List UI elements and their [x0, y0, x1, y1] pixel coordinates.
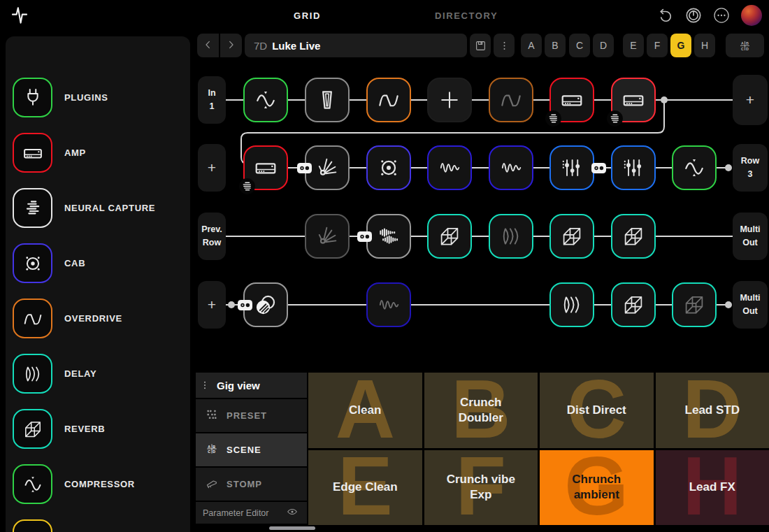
block-wiggle[interactable] — [489, 145, 533, 190]
block-reverb[interactable] — [611, 214, 656, 259]
sidebar-item-label: DELAY — [64, 354, 96, 394]
block-faders[interactable] — [549, 145, 594, 190]
scene-cell-E[interactable]: EEdge Clean — [308, 450, 422, 526]
scene-label: Chrunch ambient — [555, 472, 638, 503]
overdrive-icon — [13, 299, 52, 338]
block-filter[interactable] — [305, 214, 350, 259]
preset-letter-A[interactable]: A — [521, 34, 542, 57]
forward-button[interactable] — [220, 38, 242, 53]
row-input-in-1[interactable]: In1 — [198, 76, 226, 124]
splitter-node-icon[interactable] — [238, 300, 252, 310]
block-gate[interactable] — [305, 78, 350, 122]
preset-name: Luke Live — [272, 40, 320, 52]
sidebar-item-pitch[interactable]: PITCH — [6, 519, 190, 532]
sidebar-item-neural-capture[interactable]: NEURAL CAPTURE — [6, 188, 190, 229]
block-reverb[interactable] — [611, 282, 656, 327]
row-input-prev-row[interactable]: Prev.Row — [198, 213, 226, 260]
scene-cell-D[interactable]: DLead STD — [656, 373, 769, 448]
save-icon[interactable] — [470, 34, 491, 57]
sidebar-item-reverb[interactable]: REVERB — [6, 409, 190, 450]
row-output-multi-out[interactable]: MultiOut — [733, 281, 768, 329]
preset-menu-icon[interactable] — [494, 34, 515, 57]
block-amp[interactable] — [243, 145, 288, 190]
filter-icon — [314, 154, 340, 181]
preset-letter-F[interactable]: F — [647, 34, 668, 57]
sidebar-item-delay[interactable]: DELAY — [6, 354, 190, 394]
sidebar-item-compressor[interactable]: COMPRESSOR — [6, 464, 190, 505]
preset-slot: 7D — [254, 40, 267, 52]
overdrive-icon — [375, 87, 402, 113]
svg-text:D: D — [746, 46, 749, 50]
gig-view-header[interactable]: Gig view — [196, 373, 307, 398]
sidebar-item-overdrive[interactable]: OVERDRIVE — [6, 299, 190, 339]
block-overdrive[interactable] — [489, 78, 533, 122]
svg-text:D: D — [213, 450, 216, 454]
splitter-node-icon[interactable] — [591, 163, 606, 173]
block-filter[interactable] — [305, 145, 350, 190]
block-cab[interactable] — [366, 145, 411, 190]
preset-title-field[interactable]: 7D Luke Live — [245, 34, 467, 57]
block-delay[interactable] — [489, 214, 533, 259]
block-faders[interactable] — [611, 145, 656, 190]
more-options-icon[interactable] — [712, 6, 731, 25]
gig-mode-label: PRESET — [227, 410, 267, 421]
back-button[interactable] — [197, 38, 219, 53]
block-delay[interactable] — [549, 282, 594, 327]
gig-mode-preset[interactable]: PRESET — [196, 399, 307, 432]
compressor-icon — [681, 154, 707, 181]
block-compressor[interactable] — [672, 145, 717, 190]
preset-letter-C[interactable]: C — [569, 34, 590, 57]
block-wiggle[interactable] — [366, 282, 411, 327]
gig-mode-stomp[interactable]: STOMP — [196, 468, 307, 501]
tab-directory[interactable]: DIRECTORY — [435, 10, 498, 21]
row-output-multi-out[interactable]: MultiOut — [733, 213, 768, 260]
svg-text:C: C — [741, 46, 744, 50]
block-wavebars[interactable] — [366, 214, 411, 259]
block-reverb[interactable] — [549, 214, 594, 259]
row-input--[interactable]: + — [198, 144, 226, 192]
scene-cell-G[interactable]: GChrunch ambient — [540, 450, 654, 526]
block-wiggle[interactable] — [427, 145, 472, 190]
tempo-knob-icon[interactable] — [684, 6, 703, 25]
splitter-node-icon[interactable] — [297, 163, 312, 173]
plugins-icon — [13, 78, 52, 117]
scene-cell-A[interactable]: AClean — [308, 373, 422, 448]
scene-label: Lead STD — [685, 403, 740, 418]
scene-label: Dist Direct — [567, 403, 626, 418]
parameter-editor-row[interactable]: Parameter Editor — [196, 502, 307, 524]
neural-capture-badge-icon — [545, 110, 562, 127]
row-output-add[interactable]: + — [733, 75, 768, 125]
block-plus[interactable] — [427, 78, 472, 122]
block-reverb[interactable] — [672, 282, 717, 327]
sidebar-item-amp[interactable]: AMP — [6, 133, 190, 173]
row-input--[interactable]: + — [198, 281, 226, 329]
preset-letter-E[interactable]: E — [623, 34, 644, 57]
tab-grid[interactable]: GRID — [294, 10, 321, 21]
sidebar-item-cab[interactable]: CAB — [6, 243, 190, 284]
gig-mode-scene[interactable]: ABCDSCENE — [196, 433, 307, 466]
eye-icon — [286, 505, 299, 520]
scene-cell-H[interactable]: HLead FX — [656, 450, 769, 526]
preset-letter-B[interactable]: B — [545, 34, 566, 57]
gig-menu-kebab-icon[interactable] — [196, 373, 214, 398]
block-amp[interactable] — [611, 78, 656, 122]
undo-icon[interactable] — [656, 6, 675, 25]
user-avatar[interactable] — [741, 5, 762, 26]
preset-letter-H[interactable]: H — [694, 34, 715, 57]
splitter-node-icon[interactable] — [357, 231, 372, 242]
scene-cell-B[interactable]: BCrunch Doubler — [424, 373, 538, 448]
home-indicator[interactable] — [269, 526, 315, 530]
row-output-row-3[interactable]: Row3 — [733, 144, 768, 192]
block-amp[interactable] — [549, 78, 594, 122]
preset-letter-G[interactable]: G — [670, 34, 691, 57]
sidebar-item-plugins[interactable]: PLUGINS — [6, 78, 190, 118]
preset-letter-D[interactable]: D — [593, 34, 614, 57]
scene-cell-C[interactable]: CDist Direct — [540, 373, 654, 448]
amp-icon — [620, 87, 647, 113]
abcd-swap-button[interactable]: ABCD — [726, 34, 764, 57]
block-overdrive[interactable] — [366, 78, 411, 122]
block-compressor[interactable] — [243, 78, 288, 122]
scene-pad-grid: ACleanBCrunch DoublerCDist DirectDLead S… — [308, 373, 769, 525]
block-reverb[interactable] — [427, 214, 472, 259]
scene-cell-F[interactable]: FCrunch vibe Exp — [424, 450, 538, 526]
